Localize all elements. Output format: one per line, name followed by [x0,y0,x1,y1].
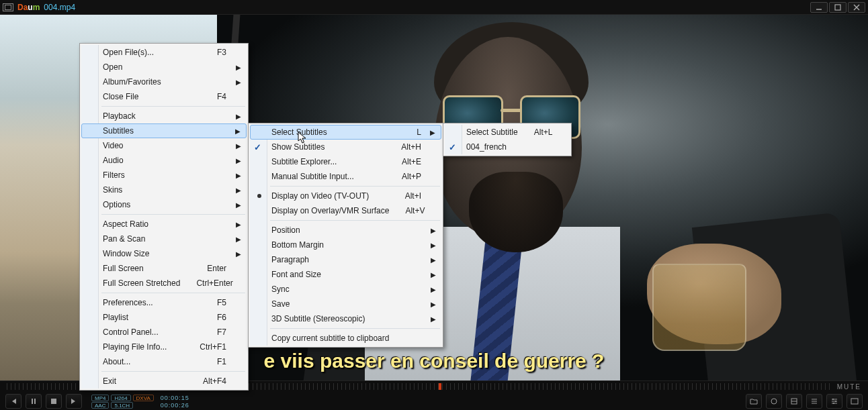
menu-item-full-screen[interactable]: Full ScreenEnter [81,261,247,276]
menu-item-label: Display on Overlay/VMR Surface [271,206,389,215]
menu-item-subtitles[interactable]: Subtitles▶ [81,123,247,138]
menu-item-label: Control Panel... [103,327,201,337]
menu-item-playing-file-info[interactable]: Playing File Info...Ctrl+F1 [81,340,247,354]
favorites-button[interactable] [766,394,782,409]
menu-item-close-file[interactable]: Close FileF4 [81,89,247,104]
menu-item-playlist[interactable]: PlaylistF6 [81,310,247,325]
menu-item-label: Audio [103,156,226,165]
menu-item-save[interactable]: Save▶ [250,297,441,311]
submenu-arrow-icon: ▶ [236,79,241,86]
menu-item-label: Close File [103,92,201,101]
menu-item-audio[interactable]: Audio▶ [81,153,247,168]
check-icon: ✓ [254,142,261,152]
menu-item-window-size[interactable]: Window Size▶ [81,246,247,261]
submenu-arrow-icon: ▶ [236,142,241,150]
logo-part: m [33,3,40,12]
play-pause-button[interactable] [26,394,42,409]
bullet-icon [257,194,261,198]
menu-item-label: About... [103,357,201,366]
settings-button[interactable] [826,394,842,409]
submenu-arrow-icon: ▶ [236,113,241,120]
menu-item-label: Manual Subtitle Input... [271,172,386,181]
menu-item-3d-subtitle-stereoscopic[interactable]: 3D Subtitle (Stereoscopic)▶ [250,311,441,326]
system-menu-icon[interactable] [3,3,13,11]
menu-item-subtitle-explorer[interactable]: Subtitle Explorer...Alt+E [250,154,441,169]
menu-item-playback[interactable]: Playback▶ [81,109,247,123]
context-menu-select-subtitle[interactable]: Select SubtitleAlt+L✓004_french [443,123,572,156]
next-button[interactable] [66,394,82,409]
menu-item-filters[interactable]: Filters▶ [81,168,247,183]
menu-item-copy-current-subtitle-to-clipboard[interactable]: Copy current subtitle to clipboard [250,331,441,346]
menu-item-label: Copy current subtitle to clipboard [271,334,421,343]
menu-item-paragraph[interactable]: Paragraph▶ [250,252,441,267]
submenu-arrow-icon: ▶ [236,64,241,71]
menu-item-font-and-size[interactable]: Font and Size▶ [250,267,441,282]
menu-item-video[interactable]: Video▶ [81,138,247,153]
transport-controls: MP4 H264 DXVA AAC 5.1CH 00:00:15 00:00:2… [0,392,868,410]
menu-item-shortcut: Alt+F4 [203,376,226,386]
badge-vcodec: H264 [111,395,130,401]
menu-item-bottom-margin[interactable]: Bottom Margin▶ [250,238,441,252]
submenu-arrow-icon: ▶ [236,157,241,164]
menu-item-label: Position [271,225,421,235]
menu-separator [270,328,440,329]
submenu-arrow-icon: ▶ [236,172,241,179]
menu-separator [101,214,245,215]
menu-item-label: Preferences... [103,298,201,307]
menu-item-options[interactable]: Options▶ [81,197,247,212]
window-title: 004.mp4 [44,3,75,12]
svg-point-5 [771,399,777,404]
context-menu-subtitles[interactable]: Select SubtitlesL▶✓Show SubtitlesAlt+HSu… [248,123,443,348]
submenu-arrow-icon: ▶ [431,242,436,249]
menu-item-open[interactable]: Open▶ [81,60,247,74]
menu-item-display-on-video-tv-out[interactable]: Display on Video (TV-OUT)Alt+I [250,189,441,203]
menu-item-about[interactable]: About...F1 [81,354,247,369]
logo-part: u [28,3,32,12]
menu-item-preferences[interactable]: Preferences...F5 [81,295,247,310]
close-button[interactable] [848,2,865,13]
menu-item-sync[interactable]: Sync▶ [250,282,441,297]
context-menu-main[interactable]: Open File(s)...F3Open▶Album/Favorites▶Cl… [79,43,249,391]
mute-indicator[interactable]: MUTE [837,383,861,391]
menu-item-exit[interactable]: ExitAlt+F4 [81,374,247,389]
prev-button[interactable] [5,394,21,409]
menu-item-pan-scan[interactable]: Pan & Scan▶ [81,232,247,246]
time-readouts: 00:00:15 00:00:26 [161,395,189,409]
menu-item-display-on-overlay-vmr-surface[interactable]: Display on Overlay/VMR SurfaceAlt+V [250,203,441,218]
menu-item-label: 004_french [466,142,550,152]
menu-item-shortcut: Alt+E [402,157,421,166]
maximize-button[interactable] [829,2,847,13]
menu-item-label: Playing File Info... [103,342,183,352]
menu-item-control-panel[interactable]: Control Panel...F7 [81,325,247,340]
badge-accel: DXVA [133,395,154,401]
control-panel-button[interactable] [786,394,802,409]
menu-item-manual-subtitle-input[interactable]: Manual Subtitle Input...Alt+P [250,169,441,184]
menu-item-show-subtitles[interactable]: ✓Show SubtitlesAlt+H [250,140,441,154]
menu-item-label: Exit [103,376,187,386]
menu-item-album-favorites[interactable]: Album/Favorites▶ [81,74,247,89]
menu-item-aspect-ratio[interactable]: Aspect Ratio▶ [81,217,247,232]
menu-item-004-french[interactable]: ✓004_french [445,140,570,154]
menu-item-skins[interactable]: Skins▶ [81,183,247,197]
seek-position-marker [439,383,441,390]
submenu-arrow-icon: ▶ [431,286,436,293]
menu-item-label: Video [103,141,226,150]
menu-item-label: Save [271,299,421,309]
open-button[interactable] [746,394,762,409]
stop-button[interactable] [46,394,62,409]
menu-item-open-file-s[interactable]: Open File(s)...F3 [81,45,247,60]
menu-item-select-subtitles[interactable]: Select SubtitlesL▶ [250,125,441,140]
menu-item-label: Aspect Ratio [103,219,226,229]
menu-item-label: Select Subtitles [271,127,400,137]
fullscreen-button[interactable] [847,394,863,409]
menu-item-label: Paragraph [271,255,421,264]
svg-rect-1 [835,5,840,10]
menu-item-position[interactable]: Position▶ [250,223,441,238]
playlist-button[interactable] [806,394,822,409]
submenu-arrow-icon: ▶ [431,315,436,323]
menu-item-label: Show Subtitles [271,142,385,152]
menu-item-select-subtitle[interactable]: Select SubtitleAlt+L [445,125,570,140]
menu-item-full-screen-stretched[interactable]: Full Screen StretchedCtrl+Enter [81,276,247,291]
stream-info: MP4 H264 DXVA AAC 5.1CH [91,395,154,409]
minimize-button[interactable] [810,2,828,13]
